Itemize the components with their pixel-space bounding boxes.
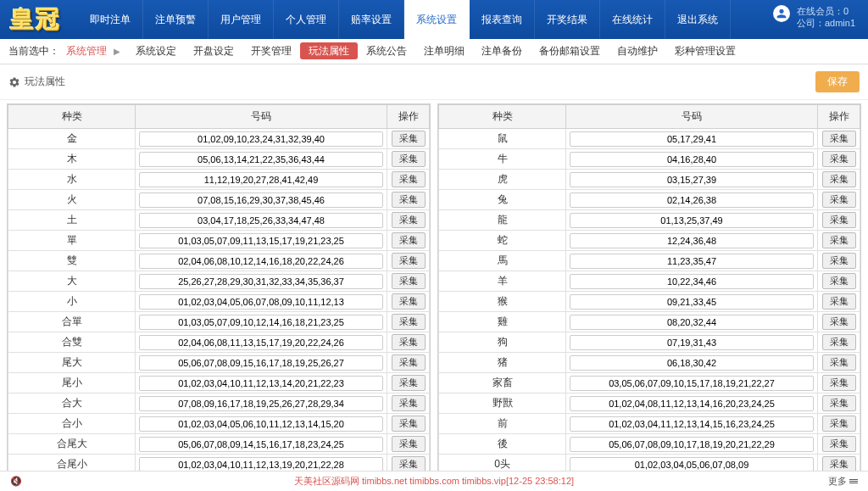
collect-button[interactable]: 采集 <box>392 131 426 147</box>
table-row: 野獸采集 <box>439 393 860 414</box>
collect-button[interactable]: 采集 <box>822 354 856 371</box>
numbers-input[interactable] <box>139 315 383 330</box>
save-button[interactable]: 保存 <box>815 71 860 92</box>
numbers-input[interactable] <box>139 437 383 452</box>
sub-nav-item[interactable]: 开奖管理 <box>242 42 300 59</box>
numbers-input[interactable] <box>139 376 383 391</box>
numbers-cell <box>566 190 818 210</box>
sub-nav-item[interactable]: 注单备份 <box>473 42 531 59</box>
numbers-input[interactable] <box>139 294 383 310</box>
numbers-input[interactable] <box>570 254 814 269</box>
numbers-input[interactable] <box>139 172 383 187</box>
sub-nav-item[interactable]: 注单明细 <box>415 42 473 59</box>
numbers-input[interactable] <box>570 457 814 472</box>
numbers-input[interactable] <box>570 172 814 187</box>
collect-button[interactable]: 采集 <box>822 375 856 391</box>
numbers-input[interactable] <box>139 152 383 167</box>
numbers-input[interactable] <box>570 376 814 391</box>
numbers-input[interactable] <box>139 131 383 147</box>
main-nav-item[interactable]: 在线统计 <box>600 0 665 39</box>
collect-button[interactable]: 采集 <box>392 334 426 350</box>
numbers-input[interactable] <box>570 152 814 167</box>
sub-nav-item[interactable]: 彩种管理设置 <box>666 42 744 59</box>
numbers-input[interactable] <box>139 335 383 350</box>
numbers-input[interactable] <box>139 254 383 269</box>
main-nav-item[interactable]: 个人管理 <box>274 0 339 39</box>
main-nav-item[interactable]: 用户管理 <box>209 0 274 39</box>
main-nav-item[interactable]: 退出系统 <box>665 0 731 39</box>
numbers-input[interactable] <box>570 335 814 350</box>
sub-nav-item[interactable]: 系统公告 <box>358 42 415 59</box>
sub-nav-item[interactable]: 系统设定 <box>127 42 185 59</box>
collect-button[interactable]: 采集 <box>392 354 426 371</box>
numbers-input[interactable] <box>570 355 814 371</box>
numbers-input[interactable] <box>139 396 383 411</box>
numbers-input[interactable] <box>570 315 814 330</box>
main-nav-item[interactable]: 系统设置 <box>404 0 470 39</box>
collect-button[interactable]: 采集 <box>822 212 856 228</box>
collect-button[interactable]: 采集 <box>392 436 426 452</box>
collect-button[interactable]: 采集 <box>822 395 856 411</box>
main-nav-item[interactable]: 注单预警 <box>143 0 209 39</box>
numbers-input[interactable] <box>139 416 383 432</box>
numbers-cell <box>566 129 818 149</box>
numbers-input[interactable] <box>139 457 383 472</box>
collect-button[interactable]: 采集 <box>822 131 856 147</box>
collect-button[interactable]: 采集 <box>822 171 856 187</box>
collect-button[interactable]: 采集 <box>392 253 426 269</box>
sub-nav-item[interactable]: 备份邮箱设置 <box>531 42 609 59</box>
numbers-input[interactable] <box>570 192 814 208</box>
collect-button[interactable]: 采集 <box>392 151 426 167</box>
sound-icon[interactable]: 🔇 <box>10 476 22 487</box>
action-cell: 采集 <box>387 149 430 170</box>
numbers-input[interactable] <box>570 131 814 147</box>
collect-button[interactable]: 采集 <box>822 232 856 248</box>
collect-button[interactable]: 采集 <box>392 416 426 432</box>
collect-button[interactable]: 采集 <box>392 293 426 310</box>
numbers-input[interactable] <box>570 396 814 411</box>
collect-button[interactable]: 采集 <box>822 253 856 269</box>
action-cell: 采集 <box>818 414 860 434</box>
col-header-action: 操作 <box>818 105 860 129</box>
collect-button[interactable]: 采集 <box>822 314 856 330</box>
sub-nav-item[interactable]: 玩法属性 <box>300 42 358 59</box>
action-cell: 采集 <box>818 129 860 149</box>
collect-button[interactable]: 采集 <box>822 334 856 350</box>
collect-button[interactable]: 采集 <box>392 212 426 228</box>
numbers-input[interactable] <box>570 213 814 228</box>
collect-button[interactable]: 采集 <box>392 273 426 289</box>
collect-button[interactable]: 采集 <box>822 151 856 167</box>
main-nav-item[interactable]: 开奖结果 <box>535 0 600 39</box>
collect-button[interactable]: 采集 <box>822 273 856 289</box>
numbers-input[interactable] <box>139 213 383 228</box>
sub-nav-item[interactable]: 自动维护 <box>609 42 666 59</box>
numbers-cell <box>136 292 387 312</box>
collect-button[interactable]: 采集 <box>822 416 856 432</box>
collect-button[interactable]: 采集 <box>822 293 856 310</box>
table-row: 小采集 <box>8 292 430 312</box>
sub-nav-item[interactable]: 开盘设定 <box>185 42 242 59</box>
more-link[interactable]: 更多 <box>828 475 858 488</box>
numbers-input[interactable] <box>570 233 814 248</box>
numbers-input[interactable] <box>139 233 383 248</box>
collect-button[interactable]: 采集 <box>392 314 426 330</box>
collect-button[interactable]: 采集 <box>392 192 426 208</box>
category-cell: 後 <box>439 434 566 455</box>
numbers-input[interactable] <box>570 274 814 289</box>
numbers-input[interactable] <box>139 192 383 208</box>
collect-button[interactable]: 采集 <box>822 192 856 208</box>
main-nav-item[interactable]: 即时注单 <box>78 0 143 39</box>
numbers-input[interactable] <box>570 294 814 310</box>
numbers-input[interactable] <box>570 437 814 452</box>
main-nav-item[interactable]: 报表查询 <box>470 0 535 39</box>
collect-button[interactable]: 采集 <box>392 171 426 187</box>
category-cell: 小 <box>8 292 136 312</box>
collect-button[interactable]: 采集 <box>392 232 426 248</box>
numbers-input[interactable] <box>139 274 383 289</box>
main-nav-item[interactable]: 赔率设置 <box>339 0 404 39</box>
collect-button[interactable]: 采集 <box>392 395 426 411</box>
collect-button[interactable]: 采集 <box>822 436 856 452</box>
numbers-input[interactable] <box>570 416 814 432</box>
collect-button[interactable]: 采集 <box>392 375 426 391</box>
numbers-input[interactable] <box>139 355 383 371</box>
